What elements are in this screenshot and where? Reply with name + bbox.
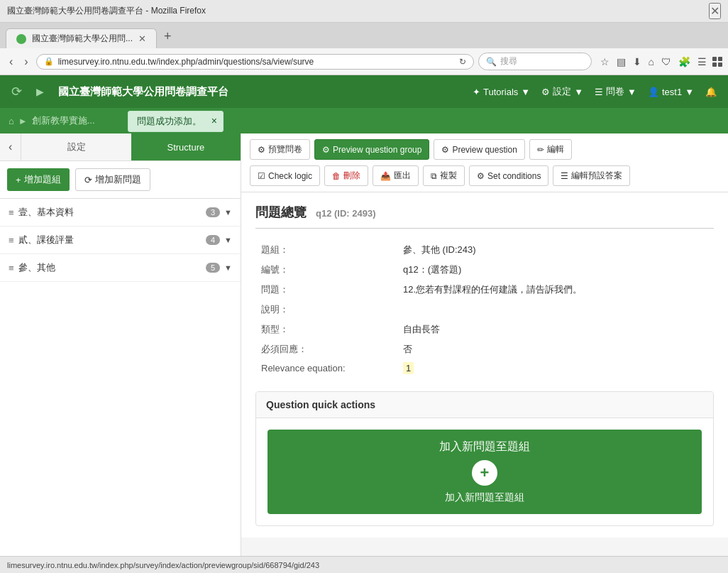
- group-expand-2[interactable]: ▼: [224, 236, 232, 244]
- titlebar-text: 國立臺灣師範大學公用問卷調查平台 - Mozilla Firefox: [7, 5, 206, 17]
- group-expand-1[interactable]: ▼: [224, 208, 232, 217]
- table-row: 編號： q12：(選答題): [255, 260, 714, 280]
- field-label-0: 題組：: [255, 240, 397, 260]
- field-label-5: 必須回應：: [255, 339, 397, 359]
- browser-titlebar: 國立臺灣師範大學公用問卷調查平台 - Mozilla Firefox ✕: [0, 0, 728, 23]
- field-label-4: 類型：: [255, 320, 397, 339]
- field-label-6: Relevance equation:: [255, 359, 397, 377]
- reader-icon[interactable]: ▤: [615, 55, 627, 69]
- forward-button[interactable]: ›: [21, 54, 31, 70]
- group-badge-1: 3: [206, 207, 220, 217]
- browser-close-button[interactable]: ✕: [709, 3, 721, 19]
- table-row: 說明：: [255, 300, 714, 320]
- group-badge-2: 4: [206, 235, 220, 245]
- tab-label: 國立臺灣師範大學公用問...: [32, 33, 133, 45]
- group-item-1[interactable]: ≡ 壹、基本資料 3 ▼: [0, 199, 241, 227]
- topnav-right: ✦ Tutorials ▼ ⚙ 設定 ▼ ☰ 問卷 ▼ 👤 test1 ▼ 🔔: [473, 85, 717, 98]
- menu-icon[interactable]: ☰: [696, 55, 708, 69]
- preview-group-button[interactable]: ⚙ Preview question group: [314, 139, 429, 160]
- new-tab-button[interactable]: +: [157, 26, 179, 47]
- group-item-2[interactable]: ≡ 貳、課後評量 4 ▼: [0, 227, 241, 254]
- home-icon[interactable]: ⌂: [647, 55, 656, 69]
- sidebar-collapse-button[interactable]: ‹: [0, 133, 21, 160]
- edit-answers-icon: ☰: [561, 171, 568, 181]
- set-conditions-button[interactable]: ⚙ Set conditions: [469, 165, 548, 186]
- export-button[interactable]: 📤 匯出: [373, 165, 419, 186]
- tutorials-button[interactable]: ✦ Tutorials ▼: [473, 87, 530, 97]
- address-bar[interactable]: 🔒 limesurvey.iro.ntnu.edu.tw/index.php/a…: [36, 54, 474, 70]
- refresh-icon: ⟳: [84, 175, 92, 185]
- add-question-button[interactable]: ⟳ 增加新問題: [75, 168, 150, 191]
- field-value-1: q12：(選答題): [397, 260, 714, 280]
- export-icon: 📤: [380, 171, 391, 181]
- breadcrumb-item[interactable]: 創新教學實施...: [32, 114, 95, 127]
- check-logic-button[interactable]: ☑ Check logic: [250, 165, 320, 186]
- reload-icon[interactable]: ↻: [459, 57, 466, 67]
- add-circle-icon: +: [472, 460, 497, 486]
- tab-structure[interactable]: Structure: [131, 133, 241, 160]
- eye-icon: ⚙: [258, 145, 265, 155]
- browser-addressbar: ‹ › 🔒 limesurvey.iro.ntnu.edu.tw/index.p…: [0, 48, 728, 75]
- user-icon: 👤: [648, 87, 659, 97]
- settings-button[interactable]: ⚙ 設定 ▼: [541, 85, 583, 98]
- user-button[interactable]: 👤 test1 ▼: [648, 87, 694, 97]
- success-close-button[interactable]: ×: [211, 115, 217, 126]
- group-item-3[interactable]: ≡ 參、其他 5 ▼: [0, 254, 241, 282]
- copy-button[interactable]: ⧉ 複製: [423, 165, 465, 186]
- quick-actions-body: 加入新問題至題組 + 加入新問題至題組: [256, 418, 713, 525]
- grid-icon[interactable]: [712, 57, 722, 67]
- user-dropdown-icon: ▼: [685, 87, 694, 97]
- surveys-button[interactable]: ☰ 問卷 ▼: [595, 85, 636, 98]
- add-question-label-top: 加入新問題至題組: [439, 440, 530, 454]
- field-label-2: 問題：: [255, 280, 397, 300]
- content-area: 問題總覽 q12 (ID: 2493) 題組： 參、其他 (ID:243) 編號…: [241, 192, 728, 537]
- preview-survey-button[interactable]: ⚙ 預覽問卷: [250, 139, 310, 160]
- browser-tab[interactable]: 國立臺灣師範大學公用問... ✕: [6, 28, 157, 48]
- sidebar: ‹ 設定 Structure + 增加題組 ⟳ 增加新問題 ≡ 壹、基本資料 3…: [0, 133, 241, 556]
- browser-tabbar: 國立臺灣師範大學公用問... ✕ +: [0, 23, 728, 48]
- back-button[interactable]: ‹: [6, 54, 16, 70]
- add-group-button[interactable]: + 增加題組: [7, 168, 70, 191]
- edit-button[interactable]: ✏ 編輯: [529, 139, 572, 160]
- sidebar-actions: + 增加題組 ⟳ 增加新問題: [0, 161, 241, 199]
- browser-icons: ☆ ▤ ⬇ ⌂ 🛡 🧩 ☰: [599, 55, 722, 69]
- table-row: Relevance equation: 1: [255, 359, 714, 377]
- address-text: limesurvey.iro.ntnu.edu.tw/index.php/adm…: [58, 57, 455, 67]
- app-topnav: ⟳ ▶ 國立臺灣師範大學公用問卷調查平台 ✦ Tutorials ▼ ⚙ 設定 …: [0, 75, 728, 108]
- group-expand-3[interactable]: ▼: [224, 263, 232, 272]
- tutorials-dropdown-icon: ▼: [521, 87, 530, 97]
- edit-answers-button[interactable]: ☰ 編輯預設答案: [553, 165, 630, 186]
- bell-button[interactable]: 🔔: [705, 87, 717, 97]
- group-drag-icon-3: ≡: [9, 263, 14, 273]
- app-spinner-icon: ⟳: [11, 84, 22, 99]
- addons-icon[interactable]: 🧩: [677, 55, 692, 69]
- lock-icon: 🔒: [44, 57, 54, 66]
- search-box[interactable]: 🔍 搜尋: [478, 53, 592, 70]
- delete-button[interactable]: 🗑 刪除: [324, 165, 368, 186]
- bookmark-icon[interactable]: ☆: [599, 55, 611, 69]
- tab-settings[interactable]: 設定: [21, 133, 131, 160]
- preview-question-button[interactable]: ⚙ Preview question: [434, 139, 524, 160]
- success-message: 問題成功添加。 ×: [128, 111, 224, 132]
- edit-icon: ✏: [537, 145, 544, 155]
- field-value-5: 否: [397, 339, 714, 359]
- add-question-btn[interactable]: 加入新問題至題組 + 加入新問題至題組: [268, 430, 702, 514]
- field-value-4: 自由長答: [397, 320, 714, 339]
- tab-close-icon[interactable]: ✕: [138, 33, 146, 44]
- app-logo: 國立臺灣師範大學公用問卷調查平台: [58, 85, 228, 99]
- group-list: ≡ 壹、基本資料 3 ▼ ≡ 貳、課後評量 4 ▼ ≡ 參、其他 5 ▼: [0, 199, 241, 282]
- success-text: 問題成功添加。: [137, 116, 202, 126]
- shield-icon[interactable]: 🛡: [660, 55, 673, 69]
- group-drag-icon-2: ≡: [9, 235, 14, 246]
- search-icon: 🔍: [486, 57, 497, 67]
- breadcrumb-home-icon[interactable]: ⌂: [9, 116, 14, 126]
- breadcrumb-arrow-icon: ►: [18, 116, 28, 126]
- group-label-2: 貳、課後評量: [18, 234, 206, 246]
- section-title: 問題總覽 q12 (ID: 2493): [255, 204, 714, 229]
- download-icon[interactable]: ⬇: [632, 55, 643, 69]
- field-label-1: 編號：: [255, 260, 397, 280]
- relevance-value: 1: [403, 362, 414, 374]
- statusbar: limesurvey.iro.ntnu.edu.tw/index.php/sur…: [0, 556, 728, 573]
- preview-question-icon: ⚙: [441, 145, 449, 155]
- settings-icon: ⚙: [541, 87, 550, 97]
